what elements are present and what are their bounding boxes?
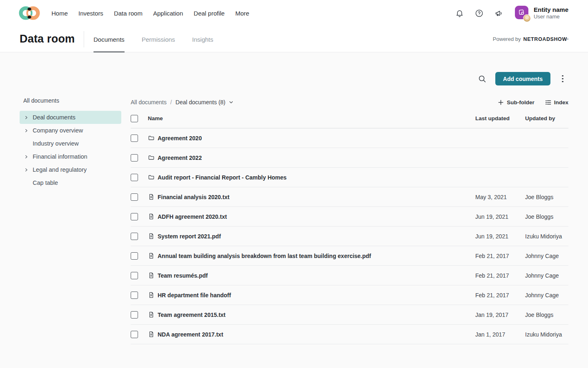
- page-title: Data room: [20, 33, 75, 45]
- file-icon: [143, 331, 158, 338]
- chevron-right-icon[interactable]: [20, 155, 33, 159]
- chevron-spacer: [20, 141, 33, 146]
- netroadshow-mark: °: [567, 38, 568, 42]
- sidebar-item-legal-and-regulatory[interactable]: Legal and regulatory: [20, 163, 121, 176]
- account-menu[interactable]: Entity name User name: [515, 6, 568, 20]
- row-checkbox[interactable]: [131, 311, 138, 319]
- nav-item-data-room[interactable]: Data room: [114, 10, 143, 17]
- more-options-kebab-icon[interactable]: [557, 72, 568, 85]
- column-header-last-updated[interactable]: Last updated: [475, 115, 525, 121]
- document-name-link[interactable]: HR department file handoff: [158, 292, 475, 298]
- table-row: ADFH agreement 2020.txt Jun 19, 2021 Joe…: [131, 207, 568, 227]
- file-icon: [143, 272, 158, 279]
- last-updated-cell: Jun 19, 2021: [475, 233, 525, 240]
- document-name-link[interactable]: Team agreement 2015.txt: [158, 312, 475, 318]
- sidebar-item-company-overview[interactable]: Company overview: [20, 124, 121, 137]
- user-name: User name: [534, 13, 568, 20]
- subfolder-label: Sub-folder: [507, 99, 535, 105]
- row-checkbox[interactable]: [131, 213, 138, 220]
- sidebar-item-industry-overview[interactable]: Industry overview: [20, 137, 121, 150]
- table-row: Agreement 2020: [131, 128, 568, 148]
- row-checkbox[interactable]: [131, 292, 138, 299]
- document-name-link[interactable]: Agreement 2020: [158, 135, 475, 141]
- column-header-name[interactable]: Name: [143, 115, 475, 121]
- breadcrumb-all-documents[interactable]: All documents: [131, 99, 167, 105]
- sidebar-item-financial-information[interactable]: Financial information: [20, 150, 121, 163]
- add-documents-button[interactable]: Add couments: [495, 72, 550, 85]
- sidebar-item-label: Cap table: [33, 180, 58, 186]
- documents-table: Name Last updated Updated by Agreement 2…: [131, 109, 568, 344]
- last-updated-cell: Feb 21, 2017: [475, 292, 525, 298]
- avatar: [515, 6, 530, 20]
- breadcrumb-current-folder[interactable]: Deal documents (8): [176, 99, 234, 105]
- document-name-link[interactable]: System report 2021.pdf: [158, 233, 475, 240]
- file-icon: [143, 311, 158, 318]
- primary-nav-links: Home Investors Data room Application Dea…: [51, 10, 249, 17]
- last-updated-cell: Feb 21, 2017: [475, 253, 525, 259]
- row-checkbox[interactable]: [131, 135, 138, 142]
- nav-item-more[interactable]: More: [235, 10, 249, 17]
- index-button[interactable]: Index: [545, 99, 568, 105]
- column-header-updated-by[interactable]: Updated by: [525, 115, 568, 121]
- row-checkbox[interactable]: [131, 272, 138, 279]
- updated-by-cell: Joe Bloggs: [525, 213, 568, 220]
- tab-insights[interactable]: Insights: [192, 26, 214, 52]
- chevron-right-icon[interactable]: [20, 168, 33, 172]
- nav-item-investors[interactable]: Investors: [78, 10, 103, 17]
- document-name-link[interactable]: Financial analysis 2020.txt: [158, 194, 475, 200]
- chevron-right-icon[interactable]: [20, 128, 33, 133]
- plus-icon: [498, 99, 504, 105]
- search-icon[interactable]: [476, 72, 489, 85]
- document-name-link[interactable]: ADFH agreement 2020.txt: [158, 213, 475, 220]
- chevron-down-icon[interactable]: [229, 100, 234, 105]
- row-checkbox[interactable]: [131, 193, 138, 201]
- updated-by-cell: Izuku Midoriya: [525, 331, 568, 338]
- document-name-link[interactable]: NDA agreement 2017.txt: [158, 331, 475, 338]
- add-subfolder-button[interactable]: Sub-folder: [498, 99, 535, 105]
- help-icon[interactable]: [475, 9, 484, 18]
- tab-documents[interactable]: Documents: [94, 26, 125, 52]
- updated-by-cell: Joe Bloggs: [525, 194, 568, 200]
- row-checkbox[interactable]: [131, 174, 138, 181]
- nav-item-home[interactable]: Home: [51, 10, 68, 17]
- last-updated-cell: Jun 19, 2021: [475, 213, 525, 220]
- row-checkbox[interactable]: [131, 331, 138, 338]
- sidebar-item-label: Industry overview: [33, 140, 79, 147]
- header-tabs: Documents Permissions Insights: [94, 26, 213, 52]
- row-checkbox[interactable]: [131, 233, 138, 240]
- user-photo-avatar: [523, 14, 531, 22]
- list-icon: [545, 99, 551, 105]
- file-icon: [143, 213, 158, 220]
- top-navigation-bar: Home Investors Data room Application Dea…: [0, 0, 588, 26]
- document-name-link[interactable]: Team resumés.pdf: [158, 272, 475, 279]
- nav-item-application[interactable]: Application: [153, 10, 183, 17]
- notifications-bell-icon[interactable]: [455, 9, 464, 18]
- last-updated-cell: Jan 1, 2017: [475, 331, 525, 338]
- chevron-spacer: [20, 181, 33, 185]
- document-name-link[interactable]: Annual team building analysis breakdown …: [158, 253, 475, 259]
- document-name-link[interactable]: Agreement 2022: [158, 155, 475, 161]
- last-updated-cell: Feb 21, 2017: [475, 272, 525, 279]
- folder-actions: Sub-folder Index: [498, 99, 568, 105]
- powered-by: Powered by NetRoadshow °: [493, 36, 568, 42]
- table-row: Audit report - Financial Report - Cambly…: [131, 168, 568, 187]
- index-label: Index: [554, 99, 568, 105]
- tab-permissions[interactable]: Permissions: [142, 26, 175, 52]
- chevron-right-icon[interactable]: [20, 115, 33, 120]
- document-name-link[interactable]: Audit report - Financial Report - Cambly…: [158, 174, 475, 181]
- account-text: Entity name User name: [534, 6, 568, 20]
- sidebar-title-all-documents[interactable]: All documents: [20, 97, 121, 104]
- sidebar-item-deal-documents[interactable]: Deal documents: [20, 111, 121, 124]
- select-all-checkbox[interactable]: [131, 115, 138, 122]
- last-updated-cell: May 3, 2021: [475, 194, 525, 200]
- documents-toolbar: Add couments: [476, 72, 568, 85]
- row-checkbox[interactable]: [131, 154, 138, 162]
- nav-item-deal-profile[interactable]: Deal profile: [194, 10, 225, 17]
- row-checkbox[interactable]: [131, 252, 138, 260]
- announcements-megaphone-icon[interactable]: [494, 9, 503, 18]
- title-divider: [84, 31, 84, 47]
- company-logo-icon[interactable]: [19, 6, 40, 20]
- sidebar-item-cap-table[interactable]: Cap table: [20, 176, 121, 189]
- updated-by-cell: Izuku Midoriya: [525, 233, 568, 240]
- table-row: Team agreement 2015.txt Jan 19, 2017 Joe…: [131, 305, 568, 325]
